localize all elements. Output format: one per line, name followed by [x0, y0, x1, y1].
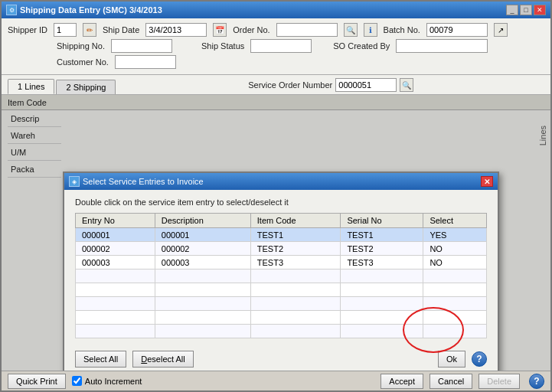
- so-created-by-input[interactable]: [396, 39, 488, 53]
- title-bar: ⚙ Shipping Data Entry (SMC) 3/4/2013 _ □…: [2, 2, 550, 18]
- table-cell-empty: [76, 283, 155, 297]
- form-row-3: Customer No.: [8, 55, 544, 69]
- deselect-rest: eselect All: [147, 354, 185, 364]
- col-header-serial-no: Serial No: [341, 214, 423, 228]
- table-cell: TEST1: [341, 228, 423, 242]
- table-cell-empty: [76, 325, 155, 338]
- auto-increment-checkbox[interactable]: [72, 376, 82, 386]
- modal-footer: Select All Deselect All Ok ?: [64, 346, 498, 371]
- table-cell-empty: [250, 311, 341, 325]
- col-header-description: Description: [155, 214, 250, 228]
- table-cell-empty: [155, 325, 250, 338]
- service-order-search-icon[interactable]: 🔍: [400, 78, 413, 92]
- table-cell: NO: [423, 256, 487, 270]
- table-cell-empty: [423, 283, 487, 297]
- ship-date-input[interactable]: [145, 23, 207, 37]
- modal-overlay: ◈ Select Service Entries to Invoice ✕ Do…: [2, 95, 550, 371]
- table-cell-empty: [423, 297, 487, 311]
- table-cell: TEST2: [250, 242, 341, 256]
- table-header-row: Entry No Description Item Code Serial No…: [76, 214, 487, 228]
- service-entries-table: Entry No Description Item Code Serial No…: [75, 213, 487, 338]
- order-no-label: Order No.: [233, 25, 269, 34]
- service-order-label: Service Order Number: [248, 80, 332, 90]
- customer-no-input[interactable]: [115, 55, 176, 69]
- table-cell-empty: [250, 325, 341, 338]
- modal-footer-left: Select All Deselect All: [75, 351, 194, 368]
- table-cell-empty: [250, 270, 341, 283]
- auto-increment-label: Auto Increment: [85, 377, 142, 386]
- batch-expand-icon[interactable]: ↗: [494, 23, 508, 37]
- table-row[interactable]: 000001000001TEST1TEST1YES: [76, 228, 487, 242]
- table-cell-empty: [423, 270, 487, 283]
- ok-button[interactable]: Ok: [438, 351, 465, 368]
- select-all-button[interactable]: Select All: [75, 351, 126, 368]
- shipping-no-input[interactable]: [111, 39, 172, 53]
- table-cell-empty: [76, 270, 155, 283]
- title-bar-left: ⚙ Shipping Data Entry (SMC) 3/4/2013: [6, 5, 162, 15]
- table-cell: TEST1: [250, 228, 341, 242]
- app-icon: ⚙: [6, 5, 17, 15]
- modal-footer-right: Ok ?: [438, 351, 487, 368]
- modal-dialog: ◈ Select Service Entries to Invoice ✕ Do…: [63, 172, 499, 371]
- form-row-2: Shipping No. Ship Status SO Created By: [8, 39, 544, 53]
- shipper-id-label: Shipper ID: [8, 25, 47, 34]
- modal-title: Select Service Entries to Invoice: [83, 177, 204, 186]
- ship-status-label: Ship Status: [201, 41, 244, 51]
- auto-increment-area: Auto Increment: [72, 376, 142, 386]
- close-button[interactable]: ✕: [534, 5, 546, 15]
- cancel-button[interactable]: Cancel: [430, 374, 472, 389]
- table-row-empty: [76, 297, 487, 311]
- pencil-icon[interactable]: ✏: [83, 23, 96, 37]
- status-bar: Quick Print Auto Increment Accept Cancel…: [2, 371, 550, 390]
- service-order-input[interactable]: [335, 78, 397, 92]
- calendar-icon[interactable]: 📅: [213, 23, 227, 37]
- ship-date-label: Ship Date: [103, 25, 139, 34]
- table-row-empty: [76, 311, 487, 325]
- table-cell: 000001: [155, 228, 250, 242]
- col-header-select: Select: [423, 214, 487, 228]
- order-no-input[interactable]: [276, 23, 338, 37]
- table-cell: YES: [423, 228, 487, 242]
- table-cell-empty: [250, 297, 341, 311]
- table-cell-empty: [155, 297, 250, 311]
- form-area: Shipper ID ✏ Ship Date 📅 Order No. 🔍 ℹ B…: [2, 18, 550, 75]
- deselect-underline: D: [141, 354, 147, 364]
- table-cell-empty: [155, 311, 250, 325]
- batch-no-input[interactable]: [426, 23, 488, 37]
- quick-print-button[interactable]: Quick Print: [8, 374, 66, 389]
- table-cell: 000002: [155, 242, 250, 256]
- content-area: Item Code Descrip Wareh U/M Packa Lines …: [2, 95, 550, 371]
- shipper-id-input[interactable]: [54, 23, 77, 37]
- minimize-button[interactable]: _: [506, 5, 518, 15]
- help-button[interactable]: ?: [472, 351, 487, 367]
- maximize-button[interactable]: □: [520, 5, 532, 15]
- table-cell-empty: [76, 297, 155, 311]
- title-bar-controls: _ □ ✕: [506, 5, 546, 15]
- so-created-by-label: SO Created By: [333, 41, 390, 51]
- order-search-icon[interactable]: 🔍: [344, 23, 358, 37]
- modal-icon: ◈: [69, 176, 80, 187]
- modal-body: Double click on the service item entry t…: [64, 190, 498, 346]
- table-cell: TEST3: [250, 256, 341, 270]
- tab-shipping[interactable]: 2 Shipping: [56, 80, 116, 94]
- tab-lines[interactable]: 1 Lines: [8, 79, 54, 94]
- modal-close-button[interactable]: ✕: [481, 176, 493, 187]
- main-help-button[interactable]: ?: [529, 374, 544, 389]
- table-row[interactable]: 000002000002TEST2TEST2NO: [76, 242, 487, 256]
- table-cell: TEST3: [341, 256, 423, 270]
- table-cell-empty: [423, 325, 487, 338]
- table-cell: TEST2: [341, 242, 423, 256]
- deselect-all-button[interactable]: Deselect All: [132, 351, 193, 368]
- window-title: Shipping Data Entry (SMC) 3/4/2013: [20, 5, 162, 15]
- col-header-item-code: Item Code: [250, 214, 341, 228]
- table-cell-empty: [250, 283, 341, 297]
- order-info-icon[interactable]: ℹ: [364, 23, 377, 37]
- customer-no-label: Customer No.: [57, 57, 109, 67]
- accept-button[interactable]: Accept: [381, 374, 423, 389]
- table-cell-empty: [341, 297, 423, 311]
- main-window: ⚙ Shipping Data Entry (SMC) 3/4/2013 _ □…: [0, 0, 552, 392]
- modal-instruction: Double click on the service item entry t…: [75, 198, 487, 207]
- ship-status-input[interactable]: [250, 39, 312, 53]
- delete-button[interactable]: Delete: [479, 374, 520, 389]
- table-row[interactable]: 000003000003TEST3TEST3NO: [76, 256, 487, 270]
